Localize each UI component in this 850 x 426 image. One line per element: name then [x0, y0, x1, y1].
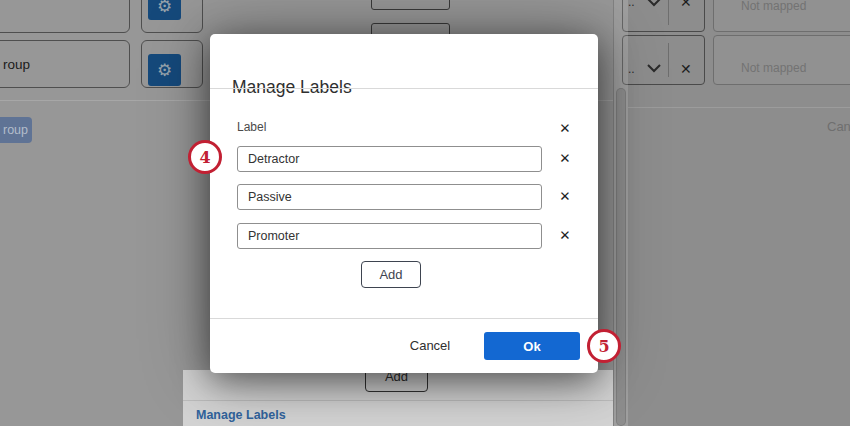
bg-cancel-button[interactable]: Cancel	[827, 119, 850, 135]
label-input-2[interactable]	[237, 184, 542, 210]
annotation-step-5: 5	[587, 329, 621, 363]
bg-input-text: roup	[3, 57, 30, 72]
modal-footer-divider	[210, 318, 598, 319]
combo-separator	[668, 0, 669, 25]
ok-button-label: Ok	[523, 339, 540, 354]
combo-separator	[668, 43, 669, 77]
remove-mapping-icon[interactable]: ✕	[680, 0, 692, 9]
manage-labels-modal: Manage Labels Label ✕ ✕ ✕ ✕ Add Cancel O…	[210, 34, 598, 373]
bg-mapping-combo-row1[interactable]: .. ✕	[622, 0, 705, 32]
chevron-down-icon[interactable]	[646, 63, 662, 73]
modal-header-divider	[210, 88, 598, 89]
bg-gear-button-row2[interactable]: ⚙	[148, 54, 181, 86]
bg-not-mapped-field-row2: Not mapped	[713, 35, 850, 85]
bg-center-input-row1[interactable]	[371, 0, 450, 10]
bg-label-input-row2[interactable]: roup	[0, 40, 130, 88]
ok-button[interactable]: Ok	[484, 332, 580, 360]
combo-truncated-text: ..	[628, 62, 635, 76]
manage-labels-link[interactable]: Manage Labels	[196, 408, 286, 422]
cancel-button[interactable]: Cancel	[395, 338, 465, 353]
close-icon[interactable]: ✕	[557, 121, 573, 137]
annotation-number: 4	[199, 148, 210, 167]
scrollbar-track[interactable]	[613, 0, 628, 426]
bg-not-mapped-field-row1: Not mapped	[713, 0, 850, 32]
footer-divider	[183, 400, 613, 401]
remove-label-icon[interactable]: ✕	[557, 189, 573, 205]
bg-gear-button-row1[interactable]: ⚙	[148, 0, 181, 20]
gear-icon: ⚙	[157, 0, 172, 15]
remove-label-icon[interactable]: ✕	[557, 228, 573, 244]
bg-label-input-row1[interactable]	[0, 0, 130, 33]
remove-label-icon[interactable]: ✕	[557, 151, 573, 167]
bg-mapping-combo-row2[interactable]: .. ✕	[622, 35, 705, 85]
annotation-step-4: 4	[188, 140, 222, 174]
scrollbar-thumb[interactable]	[616, 88, 626, 426]
label-input-1[interactable]	[237, 146, 542, 172]
label-input-3[interactable]	[237, 223, 542, 249]
combo-truncated-text: ..	[628, 0, 635, 9]
not-mapped-text: Not mapped	[741, 0, 806, 13]
add-label-text: Add	[379, 267, 402, 282]
not-mapped-text: Not mapped	[741, 61, 806, 75]
gear-icon: ⚙	[157, 62, 172, 79]
annotation-number: 5	[598, 337, 609, 356]
bg-add-group-label: roup	[3, 123, 28, 137]
bg-page-divider	[628, 107, 850, 108]
bg-add-group-button[interactable]: roup	[0, 117, 32, 143]
label-column-header: Label	[237, 120, 266, 134]
remove-mapping-icon[interactable]: ✕	[680, 62, 692, 76]
chevron-down-icon[interactable]	[646, 0, 662, 7]
add-label-button[interactable]: Add	[361, 261, 421, 288]
screen: ⚙ roup ⚙ roup .. ✕ .. ✕ Not mapped Not m…	[0, 0, 850, 426]
